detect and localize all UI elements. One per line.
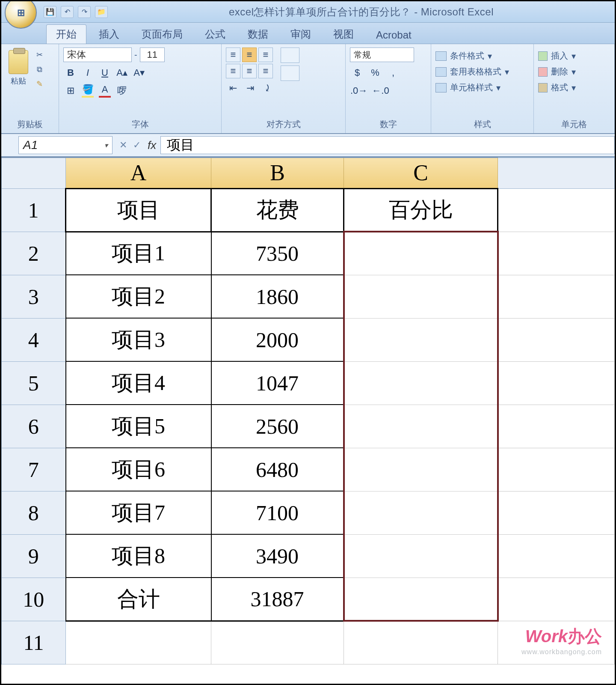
col-header-pad[interactable] (498, 158, 615, 188)
tab-page-layout[interactable]: 页面布局 (132, 24, 192, 44)
cell-pad[interactable] (498, 491, 615, 534)
row-header-2[interactable]: 2 (2, 232, 66, 275)
shrink-font-button[interactable]: A▾ (132, 66, 146, 80)
undo-button[interactable]: ↶ (61, 6, 74, 18)
row-header-11[interactable]: 11 (2, 621, 66, 664)
cell-A3[interactable]: 项目2 (66, 275, 211, 318)
cell-pad[interactable] (498, 232, 615, 275)
row-header-4[interactable]: 4 (2, 318, 66, 361)
cell-pad[interactable] (498, 534, 615, 578)
cell-C2[interactable] (344, 232, 498, 275)
cell-pad[interactable] (498, 405, 615, 448)
cell-B2[interactable]: 7350 (211, 232, 344, 275)
name-box[interactable]: A1 ▾ (18, 136, 113, 154)
name-box-dropdown-icon[interactable]: ▾ (104, 141, 108, 149)
cell-A9[interactable]: 项目8 (66, 534, 211, 578)
cell-A1[interactable]: 项目 (66, 188, 211, 232)
cell-C5[interactable] (344, 361, 498, 405)
orientation-button[interactable]: ⤸ (260, 81, 275, 95)
worksheet-grid[interactable]: A B C 1 项目 花费 百分比 2 项目1 7350 3 项目2 1860 … (1, 157, 615, 664)
cell-C6[interactable] (344, 405, 498, 448)
font-color-button[interactable]: A (98, 83, 112, 98)
font-size-combo[interactable]: 11 (140, 48, 165, 62)
cell-styles-button[interactable]: 单元格样式 ▾ (435, 82, 509, 93)
format-painter-button[interactable] (34, 78, 45, 89)
cell-pad[interactable] (498, 361, 615, 405)
decrease-indent-button[interactable]: ⇤ (226, 81, 240, 95)
cancel-formula-icon[interactable]: ✕ (119, 140, 127, 151)
font-name-combo[interactable]: 宋体 (63, 48, 132, 62)
percent-button[interactable]: % (368, 66, 382, 80)
cell-B10[interactable]: 31887 (211, 578, 344, 621)
cell-A6[interactable]: 项目5 (66, 405, 211, 448)
cell-pad[interactable] (498, 318, 615, 361)
align-top-left[interactable]: ≡ (226, 48, 240, 62)
cell-B4[interactable]: 2000 (211, 318, 344, 361)
format-cells-button[interactable]: 格式 ▾ (538, 82, 576, 93)
comma-button[interactable]: , (386, 66, 400, 80)
cut-button[interactable] (34, 49, 45, 60)
cell-B9[interactable]: 3490 (211, 534, 344, 578)
cell-C4[interactable] (344, 318, 498, 361)
cell-A10[interactable]: 合计 (66, 578, 211, 621)
cell-B7[interactable]: 6480 (211, 448, 344, 491)
cell-C8[interactable] (344, 491, 498, 534)
merge-center-button[interactable] (281, 66, 299, 81)
increase-indent-button[interactable]: ⇥ (243, 81, 258, 95)
row-header-3[interactable]: 3 (2, 275, 66, 318)
cell-B8[interactable]: 7100 (211, 491, 344, 534)
copy-button[interactable] (34, 64, 45, 75)
cell-C9[interactable] (344, 534, 498, 578)
fill-color-button[interactable]: 🪣 (80, 83, 95, 98)
cell-pad[interactable] (498, 188, 615, 232)
conditional-formatting-button[interactable]: 条件格式 ▾ (435, 50, 509, 62)
row-header-6[interactable]: 6 (2, 405, 66, 448)
col-header-B[interactable]: B (211, 158, 344, 188)
tab-review[interactable]: 审阅 (281, 24, 321, 44)
cell-A4[interactable]: 项目3 (66, 318, 211, 361)
phonetic-button[interactable]: 啰 (115, 83, 129, 98)
borders-button[interactable]: ⊞ (63, 83, 78, 98)
decrease-decimal-button[interactable]: ←.0 (371, 83, 389, 98)
formula-input[interactable]: 项目 (160, 136, 615, 154)
cell-A7[interactable]: 项目6 (66, 448, 211, 491)
col-header-C[interactable]: C (344, 158, 498, 188)
row-header-1[interactable]: 1 (2, 188, 66, 232)
align-bottom-center[interactable]: ≡ (242, 64, 257, 78)
format-as-table-button[interactable]: 套用表格格式 ▾ (435, 66, 509, 77)
cell-A11[interactable] (66, 621, 211, 664)
number-format-combo[interactable]: 常规 (350, 48, 414, 62)
cell-C3[interactable] (344, 275, 498, 318)
tab-data[interactable]: 数据 (238, 24, 278, 44)
align-bottom-left[interactable]: ≡ (226, 64, 240, 78)
select-all-corner[interactable] (2, 158, 66, 188)
tab-acrobat[interactable]: Acrobat (366, 26, 421, 44)
tab-formulas[interactable]: 公式 (195, 24, 235, 44)
underline-button[interactable]: U (98, 66, 112, 80)
cell-B1[interactable]: 花费 (211, 188, 344, 232)
currency-button[interactable]: $ (350, 66, 364, 80)
increase-decimal-button[interactable]: .0→ (350, 83, 368, 98)
italic-button[interactable]: I (80, 66, 95, 80)
cell-pad[interactable] (498, 448, 615, 491)
row-header-7[interactable]: 7 (2, 448, 66, 491)
cell-B3[interactable]: 1860 (211, 275, 344, 318)
tab-home[interactable]: 开始 (46, 24, 86, 44)
fx-label[interactable]: fx (148, 139, 156, 152)
align-top-center[interactable]: ≡ (242, 48, 257, 62)
paste-button[interactable]: 粘贴 (6, 48, 31, 103)
cell-A2[interactable]: 项目1 (66, 232, 211, 275)
row-header-9[interactable]: 9 (2, 534, 66, 578)
col-header-A[interactable]: A (66, 158, 211, 188)
open-button[interactable]: 📁 (95, 6, 108, 18)
tab-view[interactable]: 视图 (323, 24, 364, 44)
cell-C11[interactable] (344, 621, 498, 664)
cell-B11[interactable] (211, 621, 344, 664)
bold-button[interactable]: B (63, 66, 78, 80)
cell-C1[interactable]: 百分比 (344, 188, 498, 232)
cell-A8[interactable]: 项目7 (66, 491, 211, 534)
enter-formula-icon[interactable]: ✓ (133, 140, 141, 151)
row-header-10[interactable]: 10 (2, 578, 66, 621)
grow-font-button[interactable]: A▴ (115, 66, 129, 80)
insert-cells-button[interactable]: 插入 ▾ (538, 50, 576, 62)
